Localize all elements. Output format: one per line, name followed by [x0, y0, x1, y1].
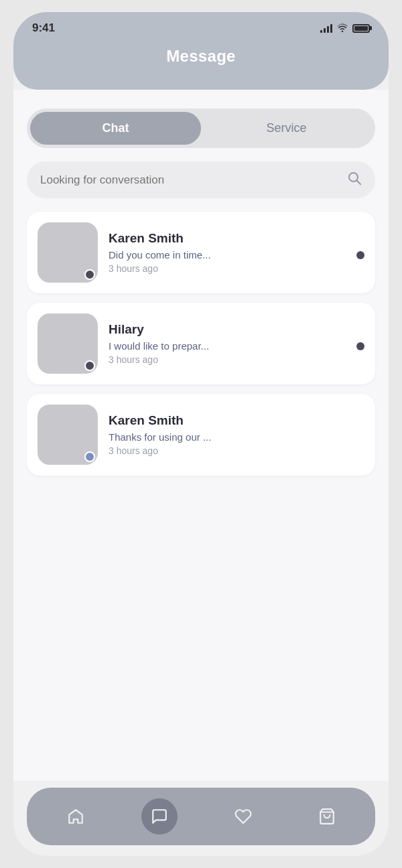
heart-icon — [234, 808, 252, 825]
page-title: Message — [27, 47, 375, 66]
signal-bar-3 — [327, 26, 329, 33]
avatar-wrap — [38, 222, 98, 283]
signal-bar-4 — [330, 24, 332, 33]
search-bar — [27, 161, 375, 198]
avatar-status-blue — [84, 451, 95, 462]
chat-message-row: Thanks for using our ... — [109, 431, 364, 443]
phone-frame: 9:41 Message — [13, 12, 389, 856]
chat-time: 3 hours ago — [109, 263, 364, 274]
nav-shop-button[interactable] — [309, 798, 345, 835]
chat-message-row: I would like to prepar... — [109, 340, 364, 352]
avatar-status-online — [84, 360, 95, 371]
header: Message — [13, 40, 389, 90]
nav-favorites-button[interactable] — [225, 798, 261, 835]
chat-name: Hilary — [109, 322, 364, 337]
home-icon — [67, 808, 84, 825]
nav-message-button[interactable] — [141, 798, 178, 835]
battery-icon — [352, 24, 370, 33]
chat-list: Karen Smith Did you come in time... 3 ho… — [27, 212, 375, 476]
tab-chat[interactable]: Chat — [30, 112, 201, 145]
avatar-status-online — [84, 269, 95, 280]
main-content: Chat Service Karen Smith — [13, 90, 389, 781]
nav-home-button[interactable] — [58, 798, 94, 835]
bottom-nav — [27, 788, 375, 845]
chat-time: 3 hours ago — [109, 354, 364, 365]
status-bar: 9:41 — [13, 12, 389, 40]
chat-info: Karen Smith Thanks for using our ... 3 h… — [109, 413, 364, 456]
bag-icon — [318, 808, 336, 825]
signal-bars-icon — [320, 23, 332, 33]
chat-name: Karen Smith — [109, 413, 364, 428]
tab-switcher: Chat Service — [27, 108, 375, 148]
wifi-icon — [336, 23, 348, 34]
chat-name: Karen Smith — [109, 231, 364, 246]
chat-preview: Thanks for using our ... — [109, 431, 211, 443]
tab-service[interactable]: Service — [201, 112, 372, 145]
signal-bar-2 — [324, 28, 326, 33]
message-icon — [151, 808, 168, 825]
chat-preview: I would like to prepar... — [109, 340, 209, 352]
unread-dot — [356, 251, 364, 259]
chat-message-row: Did you come in time... — [109, 249, 364, 261]
svg-line-1 — [357, 181, 361, 185]
list-item[interactable]: Karen Smith Thanks for using our ... 3 h… — [27, 394, 375, 476]
avatar-wrap — [38, 313, 98, 374]
unread-dot — [356, 342, 364, 350]
status-time: 9:41 — [32, 21, 55, 35]
search-input[interactable] — [40, 173, 340, 187]
list-item[interactable]: Hilary I would like to prepar... 3 hours… — [27, 303, 375, 384]
chat-info: Karen Smith Did you come in time... 3 ho… — [109, 231, 364, 274]
chat-preview: Did you come in time... — [109, 249, 211, 261]
chat-info: Hilary I would like to prepar... 3 hours… — [109, 322, 364, 365]
avatar-wrap — [38, 405, 98, 465]
signal-bar-1 — [320, 30, 322, 33]
status-icons — [320, 23, 370, 34]
battery-fill — [354, 26, 368, 31]
chat-time: 3 hours ago — [109, 445, 364, 456]
search-icon — [347, 171, 362, 189]
list-item[interactable]: Karen Smith Did you come in time... 3 ho… — [27, 212, 375, 293]
